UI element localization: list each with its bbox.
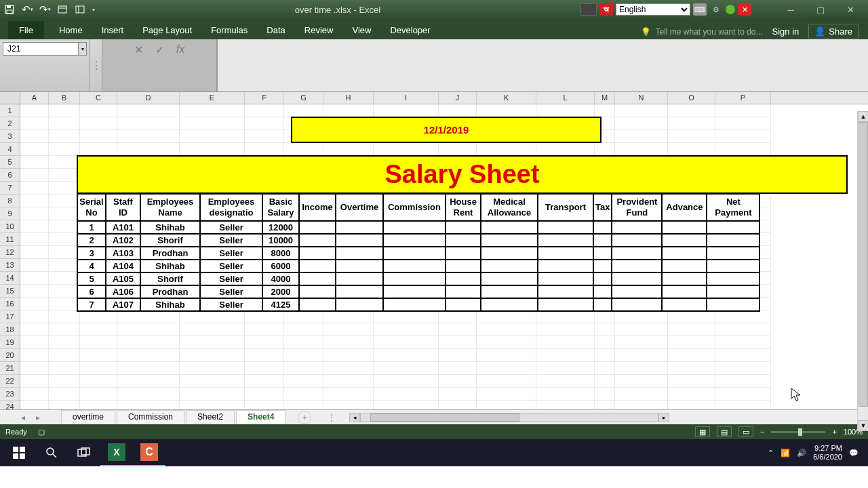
cell[interactable] — [668, 323, 715, 336]
cell[interactable] — [245, 362, 284, 375]
tray-chevron-icon[interactable]: ⌃ — [768, 449, 774, 458]
table-cell[interactable] — [612, 247, 662, 260]
cell[interactable] — [374, 323, 439, 336]
file-tab[interactable]: File — [8, 21, 44, 39]
cell[interactable] — [117, 362, 180, 375]
cell[interactable] — [49, 285, 80, 298]
table-cell[interactable]: A106 — [106, 285, 140, 298]
tray-status-icon[interactable] — [726, 5, 735, 14]
table-cell[interactable] — [446, 298, 481, 311]
page-layout-view-icon[interactable]: ▤ — [717, 426, 732, 437]
sign-in-link[interactable]: Sign in — [772, 26, 800, 37]
tray-keyboard-icon[interactable]: ⌨ — [693, 3, 707, 16]
cell[interactable] — [374, 388, 439, 401]
table-cell[interactable]: 2000 — [262, 285, 299, 298]
cell[interactable] — [439, 375, 477, 388]
sheet-tab-sheet4[interactable]: Sheet4 — [236, 410, 285, 424]
cell[interactable] — [49, 195, 80, 207]
cell[interactable] — [668, 336, 715, 349]
cell[interactable] — [117, 143, 180, 156]
zoom-slider[interactable] — [771, 431, 825, 433]
cell[interactable] — [668, 375, 715, 388]
cell[interactable] — [439, 104, 477, 117]
table-cell[interactable] — [593, 234, 612, 247]
cell[interactable] — [715, 349, 771, 362]
task-view-icon[interactable] — [68, 439, 100, 466]
row-header-7[interactable]: 7 — [0, 182, 20, 195]
cell[interactable] — [20, 195, 49, 207]
cell[interactable] — [180, 117, 245, 130]
cell[interactable] — [439, 323, 477, 336]
table-cell[interactable] — [707, 272, 760, 285]
table-header[interactable]: Provident Fund — [612, 194, 662, 221]
cell[interactable] — [715, 336, 771, 349]
cell[interactable] — [49, 246, 80, 259]
table-cell[interactable]: 4000 — [262, 272, 299, 285]
cell[interactable] — [80, 130, 117, 143]
camtasia-taskbar-icon[interactable]: C — [133, 439, 165, 466]
sheet-tab-sheet2[interactable]: Sheet2 — [186, 410, 235, 424]
cell[interactable] — [536, 401, 595, 409]
table-cell[interactable] — [593, 260, 612, 272]
search-icon[interactable] — [35, 439, 68, 466]
table-cell[interactable] — [612, 272, 662, 285]
cell[interactable] — [668, 349, 715, 362]
cell[interactable] — [439, 349, 477, 362]
table-cell[interactable]: A101 — [106, 221, 140, 234]
hscroll-left-icon[interactable]: ◂ — [349, 413, 360, 422]
table-cell[interactable] — [383, 234, 446, 247]
column-header-L[interactable]: L — [536, 92, 595, 104]
cell[interactable] — [284, 375, 323, 388]
ribbon-tab-formulas[interactable]: Formulas — [201, 21, 257, 39]
cell[interactable] — [615, 375, 668, 388]
cell[interactable] — [20, 349, 49, 362]
table-cell[interactable]: Seller — [200, 260, 262, 272]
cell[interactable] — [536, 336, 595, 349]
cell[interactable] — [180, 323, 245, 336]
row-header-2[interactable]: 2 — [0, 117, 20, 130]
cell[interactable] — [20, 285, 49, 298]
cell[interactable] — [615, 117, 668, 130]
cell[interactable] — [374, 104, 439, 117]
table-header[interactable]: Commission — [383, 194, 446, 221]
sheet-nav-next-icon[interactable]: ▸ — [36, 413, 40, 422]
cell[interactable] — [615, 401, 668, 409]
select-all-corner[interactable] — [0, 92, 20, 104]
table-cell[interactable]: Shihab — [140, 221, 200, 234]
table-cell[interactable]: Seller — [200, 285, 262, 298]
table-cell[interactable] — [593, 247, 612, 260]
cell[interactable] — [374, 336, 439, 349]
table-cell[interactable] — [299, 285, 336, 298]
cell[interactable] — [615, 323, 668, 336]
cell[interactable] — [20, 207, 49, 220]
cell[interactable] — [536, 388, 595, 401]
table-cell[interactable] — [383, 260, 446, 272]
cell[interactable] — [477, 336, 536, 349]
cell[interactable] — [615, 310, 668, 323]
table-cell[interactable] — [538, 285, 593, 298]
cell[interactable] — [49, 272, 80, 285]
namebox-dropdown-icon[interactable]: ▾ — [79, 42, 87, 56]
row-header-9[interactable]: 9 — [0, 207, 20, 220]
column-header-E[interactable]: E — [180, 92, 245, 104]
cell[interactable] — [80, 362, 117, 375]
row-header-11[interactable]: 11 — [0, 233, 20, 246]
table-cell[interactable] — [446, 260, 481, 272]
column-header-F[interactable]: F — [245, 92, 284, 104]
start-button[interactable] — [3, 439, 35, 466]
table-header[interactable]: House Rent — [446, 194, 481, 221]
cell[interactable] — [180, 349, 245, 362]
table-cell[interactable] — [593, 221, 612, 234]
cell[interactable] — [180, 336, 245, 349]
cell[interactable] — [536, 349, 595, 362]
table-cell[interactable] — [481, 260, 538, 272]
cell[interactable] — [117, 117, 180, 130]
table-header[interactable]: Tax — [593, 194, 612, 221]
table-header[interactable]: Overtime — [336, 194, 383, 221]
cell[interactable] — [117, 401, 180, 409]
cell[interactable] — [245, 117, 284, 130]
table-cell[interactable] — [299, 260, 336, 272]
minimize-button[interactable]: ─ — [777, 2, 804, 17]
table-cell[interactable] — [538, 234, 593, 247]
table-cell[interactable] — [707, 285, 760, 298]
